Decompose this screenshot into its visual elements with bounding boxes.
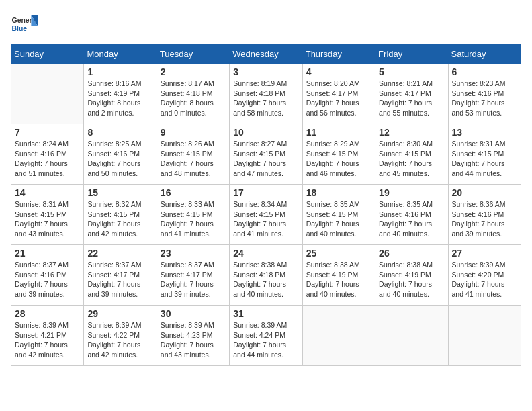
svg-text:Blue: Blue <box>12 25 28 32</box>
cell-daylight-info: Sunrise: 8:37 AM Sunset: 4:17 PM Dayligh… <box>161 260 226 300</box>
day-number: 8 <box>87 127 152 138</box>
weekday-header-monday: Monday <box>84 45 157 64</box>
calendar-cell: 22Sunrise: 8:37 AM Sunset: 4:17 PM Dayli… <box>84 245 157 306</box>
calendar-week-row: 21Sunrise: 8:37 AM Sunset: 4:16 PM Dayli… <box>11 245 521 306</box>
calendar-cell: 3Sunrise: 8:19 AM Sunset: 4:18 PM Daylig… <box>230 64 302 124</box>
calendar-cell: 7Sunrise: 8:24 AM Sunset: 4:16 PM Daylig… <box>11 124 84 185</box>
day-number: 21 <box>15 248 80 259</box>
calendar-week-row: 1Sunrise: 8:16 AM Sunset: 4:19 PM Daylig… <box>11 64 521 124</box>
cell-daylight-info: Sunrise: 8:35 AM Sunset: 4:15 PM Dayligh… <box>306 199 371 239</box>
calendar-cell: 24Sunrise: 8:38 AM Sunset: 4:18 PM Dayli… <box>230 245 302 306</box>
cell-daylight-info: Sunrise: 8:38 AM Sunset: 4:18 PM Dayligh… <box>233 260 298 300</box>
day-number: 25 <box>306 248 371 259</box>
day-number: 31 <box>233 308 298 319</box>
cell-daylight-info: Sunrise: 8:23 AM Sunset: 4:16 PM Dayligh… <box>452 79 517 118</box>
cell-daylight-info: Sunrise: 8:19 AM Sunset: 4:18 PM Dayligh… <box>233 79 298 118</box>
cell-daylight-info: Sunrise: 8:17 AM Sunset: 4:18 PM Dayligh… <box>161 79 226 118</box>
day-number: 6 <box>452 66 517 77</box>
day-number: 13 <box>452 127 517 138</box>
calendar-week-row: 28Sunrise: 8:39 AM Sunset: 4:21 PM Dayli… <box>11 306 521 366</box>
cell-daylight-info: Sunrise: 8:39 AM Sunset: 4:21 PM Dayligh… <box>15 320 80 360</box>
cell-daylight-info: Sunrise: 8:33 AM Sunset: 4:15 PM Dayligh… <box>161 199 226 239</box>
calendar-cell: 26Sunrise: 8:38 AM Sunset: 4:19 PM Dayli… <box>375 245 448 306</box>
calendar-cell: 4Sunrise: 8:20 AM Sunset: 4:17 PM Daylig… <box>302 64 375 124</box>
calendar-cell: 21Sunrise: 8:37 AM Sunset: 4:16 PM Dayli… <box>11 245 84 306</box>
calendar-cell: 19Sunrise: 8:35 AM Sunset: 4:16 PM Dayli… <box>375 185 448 245</box>
day-number: 30 <box>161 308 226 319</box>
calendar-cell: 25Sunrise: 8:38 AM Sunset: 4:19 PM Dayli… <box>302 245 375 306</box>
calendar-cell: 16Sunrise: 8:33 AM Sunset: 4:15 PM Dayli… <box>157 185 229 245</box>
calendar-week-row: 14Sunrise: 8:31 AM Sunset: 4:15 PM Dayli… <box>11 185 521 245</box>
calendar-cell: 11Sunrise: 8:29 AM Sunset: 4:15 PM Dayli… <box>302 124 375 185</box>
cell-daylight-info: Sunrise: 8:36 AM Sunset: 4:16 PM Dayligh… <box>452 199 517 239</box>
calendar-cell: 1Sunrise: 8:16 AM Sunset: 4:19 PM Daylig… <box>84 64 157 124</box>
cell-daylight-info: Sunrise: 8:16 AM Sunset: 4:19 PM Dayligh… <box>87 79 152 118</box>
calendar-cell: 30Sunrise: 8:39 AM Sunset: 4:23 PM Dayli… <box>157 306 229 366</box>
cell-daylight-info: Sunrise: 8:34 AM Sunset: 4:15 PM Dayligh… <box>233 199 298 239</box>
day-number: 9 <box>161 127 226 138</box>
calendar-cell: 27Sunrise: 8:39 AM Sunset: 4:20 PM Dayli… <box>448 245 521 306</box>
day-number: 14 <box>15 187 80 198</box>
calendar-table: SundayMondayTuesdayWednesdayThursdayFrid… <box>11 44 521 366</box>
calendar-cell: 18Sunrise: 8:35 AM Sunset: 4:15 PM Dayli… <box>302 185 375 245</box>
calendar-cell: 13Sunrise: 8:31 AM Sunset: 4:15 PM Dayli… <box>448 124 521 185</box>
day-number: 16 <box>161 187 226 198</box>
day-number: 15 <box>87 187 152 198</box>
cell-daylight-info: Sunrise: 8:38 AM Sunset: 4:19 PM Dayligh… <box>306 260 371 300</box>
cell-daylight-info: Sunrise: 8:32 AM Sunset: 4:15 PM Dayligh… <box>87 199 152 239</box>
weekday-header-sunday: Sunday <box>11 45 84 64</box>
day-number: 28 <box>15 308 80 319</box>
cell-daylight-info: Sunrise: 8:21 AM Sunset: 4:17 PM Dayligh… <box>379 79 444 118</box>
calendar-cell <box>302 306 375 366</box>
day-number: 17 <box>233 187 298 198</box>
weekday-header-friday: Friday <box>375 45 448 64</box>
cell-daylight-info: Sunrise: 8:39 AM Sunset: 4:24 PM Dayligh… <box>233 320 298 360</box>
logo: General Blue <box>11 11 40 38</box>
calendar-cell: 14Sunrise: 8:31 AM Sunset: 4:15 PM Dayli… <box>11 185 84 245</box>
calendar-cell: 17Sunrise: 8:34 AM Sunset: 4:15 PM Dayli… <box>230 185 302 245</box>
cell-daylight-info: Sunrise: 8:39 AM Sunset: 4:23 PM Dayligh… <box>161 320 226 360</box>
day-number: 18 <box>306 187 371 198</box>
cell-daylight-info: Sunrise: 8:38 AM Sunset: 4:19 PM Dayligh… <box>379 260 444 300</box>
cell-daylight-info: Sunrise: 8:31 AM Sunset: 4:15 PM Dayligh… <box>452 139 517 179</box>
calendar-cell <box>11 64 84 124</box>
calendar-cell: 10Sunrise: 8:27 AM Sunset: 4:15 PM Dayli… <box>230 124 302 185</box>
weekday-header-tuesday: Tuesday <box>157 45 229 64</box>
weekday-header-thursday: Thursday <box>302 45 375 64</box>
day-number: 29 <box>87 308 152 319</box>
day-number: 11 <box>306 127 371 138</box>
cell-daylight-info: Sunrise: 8:24 AM Sunset: 4:16 PM Dayligh… <box>15 139 80 179</box>
cell-daylight-info: Sunrise: 8:39 AM Sunset: 4:20 PM Dayligh… <box>452 260 517 300</box>
day-number: 4 <box>306 66 371 77</box>
weekday-header-saturday: Saturday <box>448 45 521 64</box>
calendar-week-row: 7Sunrise: 8:24 AM Sunset: 4:16 PM Daylig… <box>11 124 521 185</box>
cell-daylight-info: Sunrise: 8:37 AM Sunset: 4:17 PM Dayligh… <box>87 260 152 300</box>
day-number: 20 <box>452 187 517 198</box>
cell-daylight-info: Sunrise: 8:20 AM Sunset: 4:17 PM Dayligh… <box>306 79 371 118</box>
day-number: 23 <box>161 248 226 259</box>
calendar-cell: 31Sunrise: 8:39 AM Sunset: 4:24 PM Dayli… <box>230 306 302 366</box>
cell-daylight-info: Sunrise: 8:26 AM Sunset: 4:15 PM Dayligh… <box>161 139 226 179</box>
calendar-cell: 28Sunrise: 8:39 AM Sunset: 4:21 PM Dayli… <box>11 306 84 366</box>
weekday-header-wednesday: Wednesday <box>230 45 302 64</box>
day-number: 19 <box>379 187 444 198</box>
calendar-cell: 2Sunrise: 8:17 AM Sunset: 4:18 PM Daylig… <box>157 64 229 124</box>
cell-daylight-info: Sunrise: 8:35 AM Sunset: 4:16 PM Dayligh… <box>379 199 444 239</box>
calendar-cell: 5Sunrise: 8:21 AM Sunset: 4:17 PM Daylig… <box>375 64 448 124</box>
day-number: 7 <box>15 127 80 138</box>
cell-daylight-info: Sunrise: 8:31 AM Sunset: 4:15 PM Dayligh… <box>15 199 80 239</box>
cell-daylight-info: Sunrise: 8:29 AM Sunset: 4:15 PM Dayligh… <box>306 139 371 179</box>
calendar-cell: 23Sunrise: 8:37 AM Sunset: 4:17 PM Dayli… <box>157 245 229 306</box>
day-number: 1 <box>87 66 152 77</box>
cell-daylight-info: Sunrise: 8:27 AM Sunset: 4:15 PM Dayligh… <box>233 139 298 179</box>
page-header: General Blue <box>11 11 521 38</box>
calendar-cell: 8Sunrise: 8:25 AM Sunset: 4:16 PM Daylig… <box>84 124 157 185</box>
calendar-cell: 15Sunrise: 8:32 AM Sunset: 4:15 PM Dayli… <box>84 185 157 245</box>
calendar-cell: 12Sunrise: 8:30 AM Sunset: 4:15 PM Dayli… <box>375 124 448 185</box>
day-number: 2 <box>161 66 226 77</box>
calendar-cell <box>448 306 521 366</box>
weekday-header-row: SundayMondayTuesdayWednesdayThursdayFrid… <box>11 45 521 64</box>
day-number: 24 <box>233 248 298 259</box>
calendar-cell: 6Sunrise: 8:23 AM Sunset: 4:16 PM Daylig… <box>448 64 521 124</box>
day-number: 22 <box>87 248 152 259</box>
